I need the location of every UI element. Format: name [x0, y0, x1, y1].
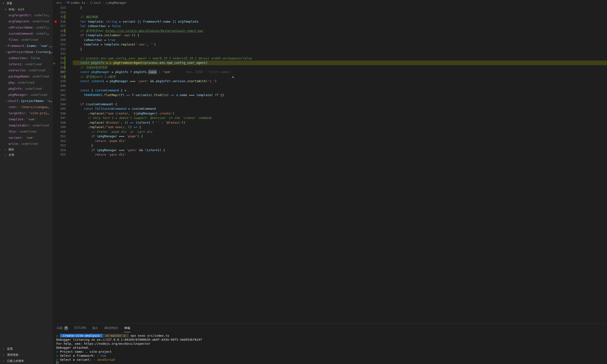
variable-root[interactable]: root: '/Users/xiangwang/…: [0, 104, 53, 110]
panel-section[interactable]: ›已载入的脚本: [0, 358, 53, 364]
variables-header[interactable]: ▾ 变量: [0, 0, 53, 7]
code-line-323[interactable]: }: [73, 5, 607, 10]
chevron-right-icon: ›: [6, 98, 7, 104]
scope-local[interactable]: ▾ 本地: init: [0, 7, 53, 12]
scope-section[interactable]: ›模块: [0, 147, 53, 152]
code-line-334[interactable]: // process.env.npm_config_user_agent = n…: [73, 56, 607, 61]
variable-argTargetDir[interactable]: argTargetDir: undefined: [0, 12, 53, 18]
terminal-prompt-answer: ✔ Select a variant: › JavaScript: [56, 358, 604, 362]
variable-templateDir[interactable]: templateDir: undefined: [0, 122, 53, 129]
variable-targetDir[interactable]: targetDir: 'vite-project': [0, 110, 53, 116]
variable-write[interactable]: write: undefined: [0, 141, 53, 147]
terminal-cursor: [56, 362, 58, 364]
code-line-341[interactable]: const { customCommand } =: [73, 88, 607, 93]
variable-customCommand[interactable]: customCommand: undefined: [0, 31, 53, 37]
panel-tab-GITLENS[interactable]: GITLENS: [74, 325, 87, 332]
code-line-348[interactable]: .replace('@latest', () => (isYarn1 ? '' …: [73, 120, 607, 125]
code-line-330[interactable]: isReactSwc = true: [73, 38, 607, 42]
variable-pkg[interactable]: pkg: undefined: [0, 79, 53, 86]
variable-cdProjectName[interactable]: cdProjectName: undefined: [0, 25, 53, 31]
code-line-342[interactable]: FRAMEWORKS.flatMap((f) => f.variants).fi…: [73, 93, 607, 97]
breadcrumb-var[interactable]: ▢ pkgManager: [106, 1, 127, 4]
code-line-353[interactable]: }: [73, 143, 607, 148]
variable-isReactSwc[interactable]: isReactSwc: false: [0, 55, 53, 61]
chevron-right-icon: ›: [63, 1, 65, 4]
change-marker: [65, 15, 65, 19]
variable-variant[interactable]: variant: 'vue': [0, 135, 53, 141]
code-line-328[interactable]: // 是否包含swc https://cn.vitejs.dev/plugins…: [73, 28, 607, 33]
code-editor[interactable]: 323324325326327328329330331332333334335▷…: [53, 5, 607, 324]
code-line-325[interactable]: // 确定模板: [73, 15, 607, 19]
code-line-339[interactable]: const isYarn1 = pkgManager === 'yarn' &&…: [73, 79, 607, 84]
chevron-right-icon: ›: [3, 360, 6, 362]
code-line-351[interactable]: if (pkgManager === 'pnpm') {: [73, 134, 607, 139]
variable-overwrite[interactable]: overwrite: undefined: [0, 67, 53, 73]
breadcrumb-fn[interactable]: ⬡ init: [90, 1, 101, 4]
code-line-336[interactable]: // 当前的包管理器: [73, 65, 607, 70]
panel-tab-问题[interactable]: 问题9: [56, 325, 69, 332]
code-line-329[interactable]: if (template.includes('-swc')) {: [73, 33, 607, 38]
code-line-346[interactable]: .replace(/^npm create/, `${pkgManager} c…: [73, 111, 607, 116]
chevron-right-icon: ›: [6, 50, 7, 55]
code-line-347[interactable]: // Only Yarn 1.x doesn't support `@versi…: [73, 116, 607, 120]
code-line-350[interactable]: // Prefer `pnpm dlx` or `yarn dlx`: [73, 130, 607, 134]
variable-this[interactable]: this: undefined: [0, 129, 53, 135]
code-line-332[interactable]: }: [73, 47, 607, 52]
breadcrumb-src[interactable]: src: [56, 1, 62, 4]
panel-tab-终端[interactable]: 终端: [124, 325, 131, 332]
breadcrumb[interactable]: src › TS index.ts › ⬡ init › ▢ pkgManage…: [53, 0, 607, 5]
code-line-345[interactable]: const fullCustomCommand = customCommand: [73, 106, 607, 111]
scope-section[interactable]: ›全局: [0, 152, 53, 158]
code-line-337[interactable]: const pkgManager = pkgInfo ? pkgInfo.nam…: [73, 70, 607, 74]
variable-framework[interactable]: ›framework: {name: 'vue',…: [0, 43, 53, 49]
terminal-line: Debugger attached.: [56, 346, 604, 350]
chevron-right-icon: ›: [5, 154, 8, 156]
variable-getProjectName[interactable]: ›getProjectName: ()=>targ…: [0, 49, 53, 55]
breadcrumb-file[interactable]: TS index.ts: [67, 1, 85, 4]
code-line-340[interactable]: [73, 84, 607, 88]
variable-result[interactable]: ›result: {projectName: 'v…: [0, 98, 53, 104]
terminal-output[interactable]: ○ create-vite-analysis 🗁 master ± npx es…: [53, 332, 607, 364]
terminal-prompt-line: ○ create-vite-analysis 🗁 master ± npx es…: [56, 334, 604, 338]
code-line-326[interactable]: let template: string = variant || framew…: [73, 19, 607, 24]
variables-title: 变量: [7, 1, 12, 5]
debug-sidebar: ▾ 变量 ▾ 本地: init argTargetDir: undefineda…: [0, 0, 53, 364]
code-line-355[interactable]: return 'yarn dlx': [73, 152, 607, 157]
chevron-right-icon: ›: [3, 354, 6, 356]
variable-icon: ▢: [106, 1, 108, 4]
code-line-335[interactable]: const pkgInfo = ▷ pkgFromUserAgent(proce…: [73, 61, 607, 65]
panel-tab-调试控制台[interactable]: 调试控制台: [104, 325, 119, 332]
code-line-344[interactable]: if (customCommand) {: [73, 102, 607, 107]
variable-packageName[interactable]: packageName: undefined: [0, 73, 53, 79]
problems-badge: 9: [64, 326, 68, 330]
panel-tab-输出[interactable]: 输出: [92, 325, 98, 332]
line-gutter[interactable]: 323324325326327328329330331332333334335▷…: [53, 5, 70, 324]
chevron-right-icon: ›: [6, 43, 7, 49]
terminal-prompt-answer: ✔ Select a framework: › Vue: [56, 354, 604, 358]
variable-argTemplate[interactable]: argTemplate: undefined: [0, 18, 53, 25]
variable-isYarn1[interactable]: isYarn1: undefined: [0, 61, 53, 67]
change-marker: [65, 61, 65, 65]
panel-section[interactable]: ›监视: [0, 346, 53, 352]
variable-pkgManager[interactable]: pkgManager: undefined: [0, 92, 53, 98]
code-line-333[interactable]: [73, 51, 607, 56]
scope-label: 本地: init: [9, 8, 24, 12]
code-line-354[interactable]: if (pkgManager === 'yarn' && !isYarn1) {: [73, 148, 607, 153]
code-line-343[interactable]: [73, 97, 607, 102]
change-marker: [65, 65, 65, 70]
editor-area: src › TS index.ts › ⬡ init › ▢ pkgManage…: [53, 0, 607, 364]
variable-pkgInfo[interactable]: pkgInfo: undefined: [0, 86, 53, 92]
code-line-349[interactable]: .replace(/^npm exec/, () => {: [73, 125, 607, 130]
prompt-branch: 🗁 master ±: [103, 334, 129, 338]
code-content[interactable]: } // 确定模板 let template: string = variant…: [70, 5, 607, 324]
code-line-331[interactable]: template = template.replace('-swc', ''): [73, 42, 607, 47]
code-line-352[interactable]: return 'pnpm dlx': [73, 139, 607, 143]
breakpoint-icon[interactable]: [54, 21, 57, 23]
panel-section[interactable]: ›调用堆栈: [0, 352, 53, 358]
chevron-right-icon: ›: [102, 1, 104, 4]
code-line-327[interactable]: let isReactSwc = false: [73, 24, 607, 28]
code-line-324[interactable]: [73, 10, 607, 15]
variable-template[interactable]: template: 'vue': [0, 116, 53, 122]
variable-files[interactable]: files: undefined: [0, 37, 53, 43]
code-line-338[interactable]: // 是否是yarn 1.x版本: [73, 74, 607, 79]
